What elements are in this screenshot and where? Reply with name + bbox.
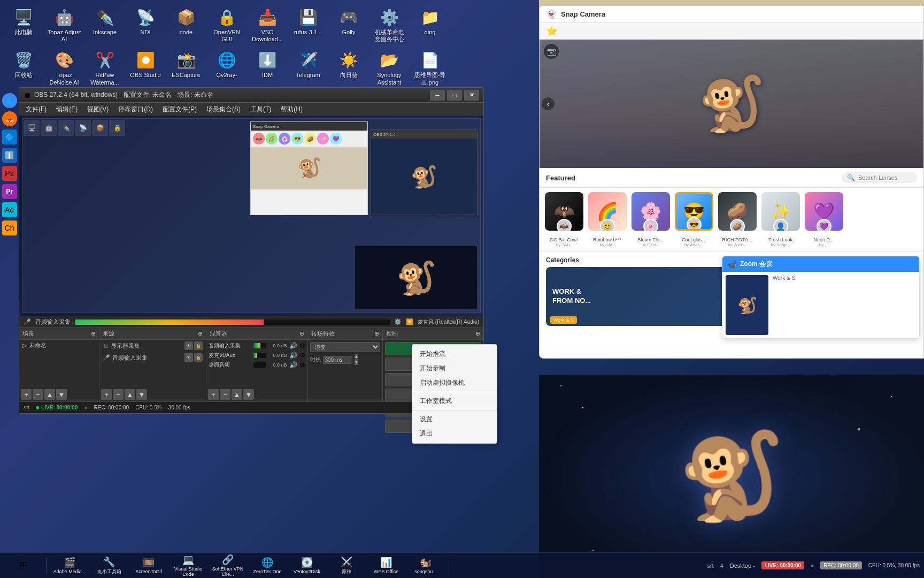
snap-filter-fresh[interactable]: ✨ 👤 Fresh Look by Snap... — [760, 192, 800, 247]
google-chrome-icon[interactable]: 🌐 — [2, 93, 17, 108]
obs-menu-scene[interactable]: 场景集合(S) — [202, 104, 245, 115]
obs-mixer-up[interactable]: ▲ — [232, 389, 242, 400]
obs-transition-select[interactable]: 淡变 — [310, 342, 380, 352]
obs-source-down[interactable]: ▼ — [136, 389, 147, 400]
desktop-icon-mypc[interactable]: 🖥️ 此电脑 — [4, 4, 43, 45]
snap-filter-rainbow[interactable]: 🌈 😊 Rainbow b*** by KALI — [587, 192, 627, 247]
snap-filter-neon[interactable]: 💜 💜 Neon D... by ... — [804, 192, 844, 247]
ae-icon[interactable]: Ae — [2, 202, 17, 217]
photoshop-icon[interactable]: Ps — [2, 166, 17, 181]
ctx-settings[interactable]: 设置 — [412, 412, 497, 427]
obs-menu-profile[interactable]: 配置文件(P) — [158, 104, 201, 115]
desktop-icon-obs[interactable]: ⏺️ OBS Studio — [126, 47, 165, 88]
taskbar-zerotier[interactable]: 🌐 ZeroTier One — [249, 556, 286, 575]
desktop-icon-ndi[interactable]: 📡 NDI — [126, 4, 165, 45]
obs-mixer-settings3[interactable]: ⚙ — [299, 361, 305, 369]
desktop-icon-recycle[interactable]: 🗑️ 回收站 — [4, 47, 43, 88]
taskbar-screentogif[interactable]: 🎞️ ScreenToGif — [130, 556, 167, 575]
snap-filter-batman[interactable]: 🦇 🦇 DC Bat Cowl by TALL — [544, 192, 584, 247]
obs-source-audio[interactable]: 🎤 音频输入采集 👁 🔒 — [99, 352, 206, 363]
desktop-icon-rufus[interactable]: 💾 rufus-3.1... — [289, 4, 327, 45]
taskbar-softether[interactable]: 🔗 SoftEther VPN Clie... — [209, 553, 247, 578]
desktop-icon-telegram[interactable]: ✈️ Telegram — [289, 47, 327, 88]
ctx-start-record[interactable]: 开始录制 — [412, 361, 497, 376]
desktop-icon-golly[interactable]: 🎮 Golly — [329, 4, 368, 45]
desktop-icon-synology[interactable]: 📂 Synology Assistant — [370, 47, 409, 88]
snap-filter-cool[interactable]: 😎 😎 Cool glas... by Anas... — [674, 192, 714, 247]
obs-mixer-add[interactable]: + — [208, 389, 219, 400]
obs-audio-eye[interactable]: 👁 — [184, 353, 193, 362]
obs-mixer-remove[interactable]: − — [220, 389, 230, 400]
obs-filter-icon[interactable]: 🔽 — [406, 318, 413, 325]
taskbar-xiaomao[interactable]: 🔧 丸小工具箱 — [90, 555, 128, 576]
taskbar-wps[interactable]: 📊 WPS Office — [367, 556, 405, 575]
obs-scene-down[interactable]: ▼ — [56, 389, 67, 400]
obs-menu-dock[interactable]: 停靠窗口(D) — [114, 104, 157, 115]
obs-mixer-speaker2[interactable]: 🔊 — [289, 352, 297, 359]
obs-menu-view[interactable]: 视图(V) — [83, 104, 113, 115]
desktop-icon-jmgm[interactable]: ⚙️ 机械革命电竞服务中心 — [370, 4, 409, 45]
snap-camera-capture-button[interactable]: 📷 — [544, 44, 559, 59]
taskbar-start-button[interactable]: ⊞ — [4, 558, 42, 573]
obs-mixer-speaker1[interactable]: 🔊 — [289, 342, 297, 349]
snap-search-container[interactable]: 🔍 — [842, 172, 917, 183]
obs-duration-input[interactable] — [323, 356, 352, 364]
taskbar-songshu[interactable]: 🐿️ songshu... — [407, 556, 444, 575]
obs-mixer-settings2[interactable]: ⚙ — [299, 352, 305, 359]
snap-filter-bloom[interactable]: 🌸 🌸 Bloom Flo... by Devi... — [630, 192, 671, 247]
desktop-icon-rizhao[interactable]: ☀️ 向日葵 — [329, 47, 368, 88]
snap-chevron-left-icon[interactable]: ‹ — [542, 97, 555, 110]
obs-scene-add[interactable]: + — [21, 389, 32, 400]
obs-menu-file[interactable]: 文件(F) — [21, 104, 51, 115]
obs-menu-help[interactable]: 帮助(H) — [276, 104, 307, 115]
obs-mixer-down[interactable]: ▼ — [243, 389, 254, 400]
obs-scene-item[interactable]: ▷ 未命名 — [19, 340, 99, 351]
obs-menu-tools[interactable]: 工具(T) — [246, 104, 275, 115]
desktop-icon-escape[interactable]: 📸 ESCapture — [167, 47, 205, 88]
obs-source-up[interactable]: ▲ — [125, 389, 135, 400]
premiere-icon[interactable]: Pr — [2, 184, 17, 199]
taskbar-ventoy[interactable]: 💽 Ventoy2Disk — [288, 556, 326, 575]
desktop-icon-hitpaw[interactable]: ✂️ HitPaw Waterma... — [86, 47, 124, 88]
obs-source-display[interactable]: 🖥 显示器采集 👁 🔒 — [99, 340, 206, 352]
obs-scene-remove[interactable]: − — [33, 389, 43, 400]
obs-titlebar[interactable]: ⏺ OBS 27.2.4 (64-bit, windows) - 配置文件: 未… — [19, 88, 483, 103]
desktop-icon-qv2ray[interactable]: 🌐 Qv2ray- — [207, 47, 246, 88]
desktop-icon-openvpn[interactable]: 🔒 OpenVPN GUI — [207, 4, 246, 45]
taskbar-vscode[interactable]: 💻 Visual Studio Code — [170, 553, 207, 578]
obs-scene-up[interactable]: ▲ — [44, 389, 55, 400]
ctx-start-stream[interactable]: 开始推流 — [412, 347, 497, 361]
obs-minimize-button[interactable]: ─ — [430, 90, 445, 101]
obs-source-add[interactable]: + — [101, 389, 112, 400]
desktop-icon-topaz[interactable]: 🤖 Topaz Adjust AI — [45, 4, 83, 45]
obs-maximize-button[interactable]: □ — [447, 90, 462, 101]
obs-source-lock[interactable]: 🔒 — [194, 341, 203, 350]
desktop-icon-sfjdt[interactable]: 📄 思维导图-导出.png — [411, 47, 449, 88]
taskbar-adobe-media[interactable]: 🎬 Adobe Media... — [51, 556, 88, 575]
obs-mixer-speaker3[interactable]: 🔊 — [289, 361, 297, 369]
obs-menu-edit[interactable]: 编辑(E) — [52, 104, 82, 115]
snap-search-input[interactable] — [858, 174, 912, 181]
obs-close-button[interactable]: ✕ — [464, 90, 479, 101]
ctx-virtual-cam[interactable]: 启动虚拟摄像机 — [412, 376, 497, 390]
desktop-icon-node[interactable]: 📦 node — [167, 4, 205, 45]
ctx-exit[interactable]: 退出 — [412, 427, 497, 441]
desktop-icon-idm[interactable]: ⬇️ IDM — [248, 47, 287, 88]
obs-mixer-settings1[interactable]: ⚙ — [299, 342, 305, 349]
snap-filter-rich[interactable]: 🥔 🥔 RICH POTA... by Wick... — [717, 192, 757, 247]
desktop-icon-topaz-denoise[interactable]: 🎨 Topaz DeNoise AI — [45, 47, 83, 88]
obs-settings-icon[interactable]: ⚙️ — [394, 318, 402, 325]
ctx-studio-mode[interactable]: 工作室模式 — [412, 394, 497, 408]
obs-dur-up[interactable]: ▲ — [355, 354, 359, 360]
obs-audio-lock[interactable]: 🔒 — [194, 353, 203, 362]
edge-icon[interactable]: 🔷 — [2, 130, 17, 144]
ie-icon[interactable]: ℹ️ — [2, 148, 17, 163]
snap-star-icon[interactable]: ⭐ — [546, 25, 558, 37]
firefox-icon[interactable]: 🦊 — [2, 111, 17, 126]
obs-dur-down[interactable]: ▼ — [355, 360, 359, 365]
desktop-icon-qing[interactable]: 📁 qing — [411, 4, 449, 45]
obs-source-remove[interactable]: − — [113, 389, 124, 400]
desktop-icon-inkscape[interactable]: ✒️ Inkscape — [86, 4, 124, 45]
obs-source-eye[interactable]: 👁 — [184, 341, 193, 350]
ch-icon[interactable]: Ch — [2, 220, 17, 235]
